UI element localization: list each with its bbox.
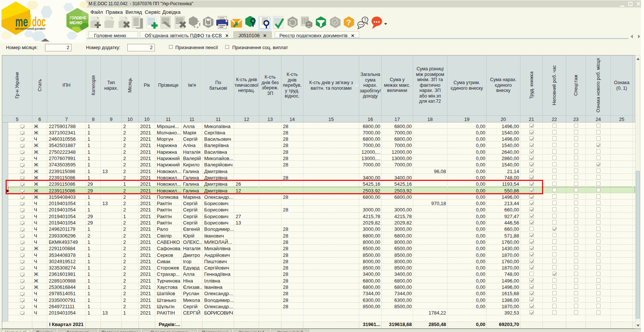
svg-text:?: ? <box>364 17 366 23</box>
svg-text:?: ? <box>346 18 351 27</box>
svg-text:×=: ×= <box>307 25 311 28</box>
